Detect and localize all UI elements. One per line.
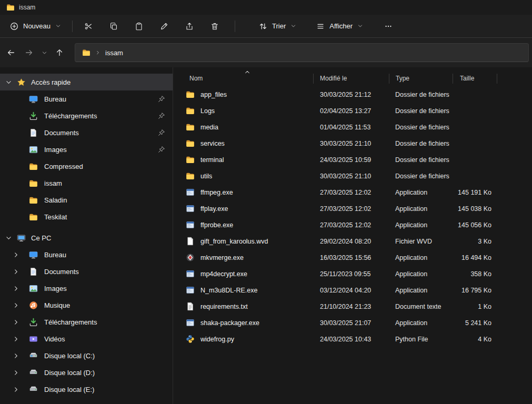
recent-locations-button[interactable]	[38, 44, 51, 62]
file-row-ffprobe-exe[interactable]: ffprobe.exe 27/03/2025 12:02 Application…	[173, 217, 532, 233]
file-type-cell: Application	[389, 270, 453, 278]
sidebar-item-telechargements[interactable]: Téléchargements	[0, 107, 173, 124]
folder-icon	[186, 171, 195, 180]
new-button[interactable]: Nouveau	[4, 18, 67, 34]
back-button[interactable]	[2, 44, 20, 62]
sidebar-item-disque-local-d[interactable]: Disque local (D:)	[0, 364, 173, 381]
drive-icon	[29, 368, 38, 377]
file-row-n-m3u8dl-re-exe[interactable]: N_m3u8DL-RE.exe 03/12/2024 04:20 Applica…	[173, 282, 532, 298]
sidebar-item-bureau[interactable]: Bureau	[0, 90, 173, 107]
file-row-requirements-txt[interactable]: requirements.txt 21/10/2024 21:23 Docume…	[173, 298, 532, 315]
address-bar[interactable]: issam	[75, 43, 529, 62]
file-name-cell: Logs	[181, 106, 314, 115]
file-name-cell: ffprobe.exe	[181, 220, 314, 229]
document-icon	[29, 267, 38, 276]
pin-icon	[158, 146, 165, 153]
file-type-cell: Python File	[389, 336, 453, 343]
chevron-right-icon[interactable]	[13, 369, 19, 376]
file-type-cell: Fichier WVD	[389, 238, 453, 245]
sidebar-item-label: Téléchargements	[44, 112, 97, 120]
column-header-modified[interactable]: Modifié le	[314, 74, 389, 84]
chevron-spacer	[13, 146, 19, 153]
file-name-cell: mkvmerge.exe	[181, 253, 314, 262]
chevron-right-icon[interactable]	[13, 352, 19, 359]
file-type-cell: Application	[389, 287, 453, 294]
file-name-cell: shaka-packager.exe	[181, 318, 314, 327]
file-row-mkvmerge-exe[interactable]: mkvmerge.exe 16/03/2025 15:56 Applicatio…	[173, 249, 532, 266]
sidebar-section-ce-pc[interactable]: Ce PC	[0, 229, 173, 246]
chevron-spacer	[13, 129, 19, 136]
share-icon	[185, 22, 194, 31]
file-row-shaka-packager-exe[interactable]: shaka-packager.exe 30/03/2025 21:07 Appl…	[173, 315, 532, 331]
chevron-right-icon[interactable]	[13, 268, 19, 275]
file-name-cell: services	[181, 139, 314, 148]
chevron-right-icon[interactable]	[13, 386, 19, 393]
share-button[interactable]	[179, 17, 200, 35]
column-header-name[interactable]: Nom	[181, 74, 314, 84]
file-row-mp4decrypt-exe[interactable]: mp4decrypt.exe 25/11/2023 09:55 Applicat…	[173, 266, 532, 282]
sidebar-item-label: Images	[44, 146, 67, 154]
file-modified-cell: 27/03/2025 12:02	[314, 205, 389, 213]
up-button[interactable]	[51, 44, 68, 62]
sort-ascending-icon	[244, 69, 250, 75]
chevron-right-icon[interactable]	[13, 302, 19, 309]
delete-button[interactable]	[204, 17, 225, 35]
sidebar-item-musique[interactable]: Musique	[0, 297, 173, 314]
file-row-ffmpeg-exe[interactable]: ffmpeg.exe 27/03/2025 12:02 Application …	[173, 184, 532, 200]
sidebar-item-images[interactable]: Images	[0, 141, 173, 158]
copy-button[interactable]	[103, 17, 124, 35]
chevron-right-icon[interactable]	[13, 285, 19, 292]
view-button[interactable]: Afficher	[310, 18, 369, 34]
sidebar-item-bureau[interactable]: Bureau	[0, 246, 173, 263]
sidebar-item-issam[interactable]: issam	[0, 175, 173, 191]
chevron-down-icon[interactable]	[5, 79, 12, 86]
sidebar-item-compressed[interactable]: Compressed	[0, 158, 173, 175]
sidebar-item-saladin[interactable]: Saladin	[0, 191, 173, 208]
sidebar-item-teskilat[interactable]: Teskilat	[0, 208, 173, 225]
chevron-down-icon[interactable]	[5, 235, 12, 241]
file-modified-cell: 30/03/2025 21:10	[314, 173, 389, 180]
sidebar-item-telechargements[interactable]: Téléchargements	[0, 314, 173, 330]
file-modified-cell: 16/03/2025 15:56	[314, 254, 389, 261]
breadcrumb-item-issam[interactable]: issam	[105, 49, 123, 57]
sidebar-item-videos[interactable]: Vidéos	[0, 330, 173, 347]
rename-button[interactable]	[154, 17, 175, 35]
column-header-type[interactable]: Type	[389, 74, 453, 84]
file-row-terminal[interactable]: terminal 24/03/2025 10:59 Dossier de fic…	[173, 152, 532, 168]
sort-button[interactable]: Trier	[253, 18, 302, 34]
sidebar-item-label: Disque local (D:)	[44, 369, 95, 377]
chevron-right-icon[interactable]	[13, 336, 19, 342]
sidebar-item-documents[interactable]: Documents	[0, 124, 173, 141]
sidebar-item-images[interactable]: Images	[0, 280, 173, 297]
file-row-logs[interactable]: Logs 02/04/2025 13:27 Dossier de fichier…	[173, 103, 532, 119]
chevron-right-icon[interactable]	[13, 251, 19, 258]
file-row-media[interactable]: media 01/04/2025 11:53 Dossier de fichie…	[173, 119, 532, 135]
sidebar-item-disque-local-e[interactable]: Disque local (E:)	[0, 381, 173, 398]
toolbar-action-buttons	[78, 17, 229, 35]
sidebar-item-label: issam	[44, 179, 62, 187]
more-options-button[interactable]	[379, 17, 397, 35]
pin-icon	[158, 129, 165, 136]
sidebar-section-acces-rapide[interactable]: Accès rapide	[0, 74, 173, 90]
copy-icon	[109, 22, 118, 31]
chevron-spacer	[13, 214, 19, 220]
chevron-right-icon[interactable]	[13, 319, 19, 326]
sidebar-item-documents[interactable]: Documents	[0, 263, 173, 280]
content-area: Accès rapide Bureau Téléchargements Docu…	[0, 67, 532, 404]
file-row-app-files[interactable]: app_files 30/03/2025 21:12 Dossier de fi…	[173, 86, 532, 103]
folder-icon	[29, 179, 38, 188]
paste-button[interactable]	[128, 17, 149, 35]
more-icon	[384, 22, 393, 31]
sidebar-item-disque-local-c[interactable]: Disque local (C:)	[0, 347, 173, 364]
forward-button[interactable]	[20, 44, 38, 62]
toolbar-separator	[72, 21, 73, 32]
column-header-size[interactable]: Taille	[453, 74, 497, 84]
file-row-services[interactable]: services 30/03/2025 21:10 Dossier de fic…	[173, 135, 532, 152]
file-name: terminal	[200, 156, 224, 164]
chevron-spacer	[13, 113, 19, 119]
file-row-gift-from-karoolus-wvd[interactable]: gift_from_karoolus.wvd 29/02/2024 08:20 …	[173, 233, 532, 249]
file-row-ffplay-exe[interactable]: ffplay.exe 27/03/2025 12:02 Application …	[173, 200, 532, 217]
file-row-widefrog-py[interactable]: widefrog.py 24/03/2025 10:43 Python File…	[173, 331, 532, 347]
cut-button[interactable]	[78, 17, 99, 35]
file-row-utils[interactable]: utils 30/03/2025 21:10 Dossier de fichie…	[173, 168, 532, 184]
